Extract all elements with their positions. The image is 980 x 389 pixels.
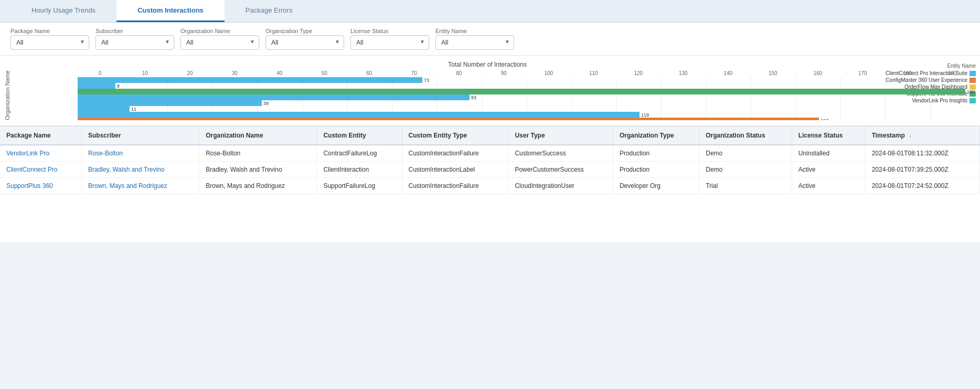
bar-row: Barrett, Lee and Lynch157 <box>78 118 975 120</box>
cell-org-name: Rose-Bolton <box>199 145 317 162</box>
col-org-status[interactable]: Organization Status <box>699 127 792 145</box>
filter-entity-name: Entity Name All ▼ <box>435 28 514 50</box>
package-name-link[interactable]: SupportPlus 360 <box>6 182 53 190</box>
col-subscriber[interactable]: Subscriber <box>82 127 199 145</box>
sort-desc-icon: ↓ <box>909 132 912 139</box>
col-license-status[interactable]: License Status <box>792 127 865 145</box>
tab-custom-interactions[interactable]: Custom Interactions <box>116 0 225 22</box>
filter-package-name-select[interactable]: All <box>10 35 89 50</box>
cell-custom-entity: ContractFailureLog <box>317 145 402 162</box>
bar-segment-primary <box>78 106 130 112</box>
cell-user-type: CustomerSuccess <box>508 145 613 162</box>
filter-entity-name-label: Entity Name <box>435 28 514 34</box>
bar-value-label: 11 <box>131 107 136 112</box>
col-org-name[interactable]: Organization Name <box>199 127 317 145</box>
tabs-bar: Hourly Usage Trends Custom Interactions … <box>0 0 980 23</box>
x-tick: 120 <box>616 70 661 76</box>
cell-subscriber[interactable]: Brown, Mays and Rodriguez <box>82 177 199 194</box>
col-custom-entity[interactable]: Custom Entity <box>317 127 402 145</box>
x-tick: 170 <box>840 70 886 76</box>
cell-org-name: Brown, Mays and Rodriguez <box>199 177 317 194</box>
filter-license-status-select[interactable]: All <box>350 35 429 50</box>
x-tick: 50 <box>302 70 347 76</box>
tab-hourly-usage[interactable]: Hourly Usage Trends <box>10 0 116 22</box>
cell-org-name: Bradley, Walsh and Trevino <box>199 161 317 177</box>
x-tick: 100 <box>526 70 571 76</box>
cell-org-type: Production <box>613 161 699 177</box>
legend-title: Entity Name <box>886 63 976 69</box>
x-tick: 90 <box>482 70 527 76</box>
col-org-type[interactable]: Organization Type <box>613 127 699 145</box>
x-tick: 160 <box>795 70 840 76</box>
cell-timestamp: 2024-08-01T07:39:25.000Z <box>865 161 979 177</box>
bar-segment-primary <box>78 77 422 83</box>
cell-package-name[interactable]: ClientConnect Pro <box>0 161 82 177</box>
bar-segment-primary <box>78 89 965 94</box>
col-package-name[interactable]: Package Name <box>0 127 82 145</box>
cell-org-type: Production <box>613 145 699 162</box>
col-custom-entity-type[interactable]: Custom Entity Type <box>402 127 508 145</box>
filter-org-type-label: Organization Type <box>265 28 344 34</box>
bar-value-label: 190 <box>967 89 975 94</box>
bars-content: Acosta Inc73Aguirre Inc8Allen-Kelly190Ar… <box>78 77 975 120</box>
table-row: VendorLink ProRose-BoltonRose-BoltonCont… <box>0 145 980 162</box>
bar-segment-primary <box>78 83 115 89</box>
table-body: VendorLink ProRose-BoltonRose-BoltonCont… <box>0 145 980 194</box>
x-axis-ticks: 0102030405060708090100110120130140150160… <box>78 70 975 76</box>
subscriber-link[interactable]: Bradley, Walsh and Trevino <box>88 166 164 173</box>
cell-custom-entity-type: CustomInteractionFailure <box>402 177 508 194</box>
filter-license-status-label: License Status <box>350 28 429 34</box>
col-user-type[interactable]: User Type <box>508 127 613 145</box>
interactions-table: Package Name Subscriber Organization Nam… <box>0 127 980 194</box>
x-tick: 10 <box>123 70 168 76</box>
filter-org-name-select[interactable]: All <box>180 35 259 50</box>
x-tick: 20 <box>167 70 212 76</box>
filter-org-type-select[interactable]: All <box>265 35 344 50</box>
filter-entity-name-select[interactable]: All <box>435 35 514 50</box>
cell-package-name[interactable]: SupportPlus 360 <box>0 177 82 194</box>
package-name-link[interactable]: ClientConnect Pro <box>6 166 57 173</box>
bar-row: Arnold-Martin83 <box>78 94 975 100</box>
cell-subscriber[interactable]: Rose-Bolton <box>82 145 199 162</box>
cell-subscriber[interactable]: Bradley, Walsh and Trevino <box>82 161 199 177</box>
table-area[interactable]: Package Name Subscriber Organization Nam… <box>0 127 980 242</box>
package-name-link[interactable]: VendorLink Pro <box>6 150 49 157</box>
tab-package-errors[interactable]: Package Errors <box>225 0 314 22</box>
bar-segment-primary <box>78 118 819 120</box>
filter-org-type: Organization Type All ▼ <box>265 28 344 50</box>
filter-org-name: Organization Name All ▼ <box>180 28 259 50</box>
filter-bar: Package Name All ▼ Subscriber All ▼ Orga… <box>0 23 980 56</box>
subscriber-link[interactable]: Rose-Bolton <box>88 150 123 157</box>
x-tick: 110 <box>571 70 616 76</box>
col-timestamp[interactable]: Timestamp ↓ <box>865 127 979 145</box>
bar-value-label: 73 <box>424 78 429 83</box>
filter-subscriber-select[interactable]: All <box>95 35 174 50</box>
cell-license-status: Active <box>792 161 865 177</box>
x-tick: 140 <box>706 70 751 76</box>
cell-org-type: Developer Org <box>613 177 699 194</box>
bars-area: Acosta Inc73Aguirre Inc8Allen-Kelly190Ar… <box>78 77 975 120</box>
x-tick: 30 <box>212 70 258 76</box>
cell-org-status: Demo <box>699 161 792 177</box>
x-tick: 0 <box>78 70 123 76</box>
cell-timestamp: 2024-08-01T08:11:32.000Z <box>865 145 979 162</box>
filter-org-name-label: Organization Name <box>180 28 259 34</box>
x-tick: 80 <box>436 70 482 76</box>
cell-custom-entity: SupportFailureLog <box>317 177 402 194</box>
bar-row: Baker-Zuniga119 <box>78 112 975 118</box>
bar-segment-primary <box>78 112 640 118</box>
cell-org-status: Demo <box>699 145 792 162</box>
bar-row: Arroyo-Arnold39 <box>78 100 975 106</box>
bar-value-label: 157 <box>821 118 828 120</box>
cell-package-name[interactable]: VendorLink Pro <box>0 145 82 162</box>
cell-custom-entity-type: CustomInteractionFailure <box>402 145 508 162</box>
cell-timestamp: 2024-08-01T07:24:52.000Z <box>865 177 979 194</box>
bar-segment-primary <box>78 100 262 106</box>
subscriber-link[interactable]: Brown, Mays and Rodriguez <box>88 182 167 190</box>
filter-package-name-label: Package Name <box>10 28 89 34</box>
bar-segment-primary <box>78 94 470 100</box>
bar-row: Aguirre Inc8 <box>78 83 975 89</box>
cell-org-status: Trial <box>699 177 792 194</box>
cell-user-type: PowerCustomerSuccess <box>508 161 613 177</box>
x-tick: 40 <box>257 70 302 76</box>
